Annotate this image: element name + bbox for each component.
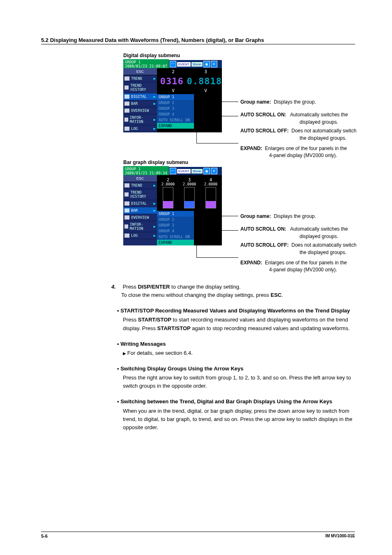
bullet-title: START/STOP Recording Measured Values and… [117, 308, 350, 314]
submenu-opt-auto[interactable]: AUTO SCROLL ON [157, 234, 194, 240]
bar-value: 2.0000 [183, 182, 196, 186]
menu-log[interactable]: LOG▶ [123, 232, 157, 239]
menu-trend[interactable]: TREND▶ [123, 75, 157, 82]
bullet-desc: For details, see section 6.4. [117, 349, 355, 357]
callout-label: AUTO SCROLL OFF: [240, 128, 289, 134]
callout-text: the displayed groups. [300, 250, 346, 255]
bullet-desc: Press START/STOP to start recording meas… [117, 316, 355, 332]
menu-label: DIGITAL [131, 95, 147, 99]
menu-trend-history[interactable]: TREND HISTORY [123, 189, 157, 200]
menu-label: BAR [131, 102, 138, 106]
history-icon [125, 192, 129, 197]
page-number: 5-6 [41, 534, 48, 539]
leader-line [196, 230, 238, 231]
callout-text: 4-panel display (MV2000 only). [269, 267, 337, 273]
submenu-opt[interactable]: GROUP 3 [157, 222, 194, 228]
menu-label: OVERVIEW [131, 215, 149, 220]
camera-icon: ◉ [203, 168, 210, 174]
menu-label: LOG [131, 234, 138, 238]
chevron-icon: ▶ [154, 127, 156, 131]
menu-overview[interactable]: OVERVIEW [123, 214, 157, 221]
menu-digital[interactable]: DIGITAL▶ [123, 93, 157, 100]
callout-text: Automatically switches the [290, 226, 348, 232]
submenu-opt-expand[interactable]: EXPAND [157, 240, 194, 245]
bar-screenshot: GROUP 1 2008/01/23 21:09:34 〰 EVENT 50mi… [123, 167, 222, 245]
callout-text: Automatically switches the [290, 112, 348, 118]
history-icon [125, 86, 129, 90]
digital-screenshot: GROUP 1 2008/01/23 21:09:07 〰 EVENT 50mi… [123, 60, 222, 132]
esc-button[interactable]: ESC [123, 175, 157, 182]
submenu-head[interactable]: GROUP 1 [157, 211, 194, 217]
callout-label: AUTO SCROLL OFF: [240, 242, 289, 248]
info-icon [125, 224, 128, 229]
unit-label: V [189, 87, 222, 94]
tool-icon: ✦ [211, 61, 217, 67]
esc-button[interactable]: ESC [123, 68, 157, 75]
submenu-opt[interactable]: GROUP 2 [157, 217, 194, 222]
wave-icon: 〰 [170, 168, 176, 174]
body-text: 4. Press DISP/ENTER to change the displa… [117, 283, 355, 432]
menu-trend-history[interactable]: TREND HISTORY [123, 82, 157, 93]
group-timestamp: GROUP 1 2008/01/23 21:09:07 [123, 59, 169, 69]
leader-line [196, 216, 238, 216]
bar-icon [125, 102, 129, 106]
text: To close the menu without changing the d… [121, 292, 271, 298]
bar-gauge [205, 187, 216, 208]
digital-value: 0.8818 [187, 75, 222, 87]
chevron-icon: ▶ [154, 102, 156, 106]
menu-digital[interactable]: DIGITAL▶ [123, 200, 157, 207]
submenu-opt[interactable]: GROUP 2 [157, 100, 194, 106]
menu-info[interactable]: INFOR- MATION▶ [123, 221, 157, 232]
callout-label: EXPAND: [240, 146, 262, 151]
log-icon [125, 127, 129, 131]
submenu-opt[interactable]: GROUP 3 [157, 106, 194, 111]
callout-text: 4-panel display (MV2000 only). [269, 153, 337, 158]
callout-label: Group name: [240, 99, 271, 105]
col-label: 3 [189, 68, 222, 75]
callout-text: displayed groups. [300, 234, 338, 239]
submenu-opt-auto[interactable]: AUTO SCROLL ON [157, 117, 194, 123]
text: . [281, 292, 283, 298]
bullet-title: Writing Messages [117, 341, 166, 347]
submenu-head[interactable]: GROUP 1 [157, 94, 194, 100]
leader-line [196, 143, 238, 143]
menu-label: INFOR- MATION [130, 116, 152, 124]
chevron-icon: ▶ [154, 95, 156, 99]
menu-label: DIGITAL [131, 201, 147, 206]
menu-label: TREND [131, 76, 142, 81]
menu-label: INFOR- MATION [130, 222, 152, 231]
submenu-opt-expand[interactable]: EXPAND [157, 123, 194, 129]
key-name: ESC [271, 292, 282, 298]
submenu-opt[interactable]: GROUP 4 [157, 111, 194, 117]
event-badge: EVENT [177, 62, 191, 67]
menu-log[interactable]: LOG▶ [123, 125, 157, 132]
col-label: 2 [167, 178, 169, 182]
menu-bar[interactable]: BAR▶ [123, 207, 157, 214]
callout-label: AUTO SCROLL ON: [240, 112, 286, 118]
menu-overview[interactable]: OVERVIEW [123, 107, 157, 114]
callout-text: Enlarges one of the four panels in the [265, 146, 347, 151]
menu-trend[interactable]: TREND▶ [123, 182, 157, 189]
menu-bar[interactable]: BAR▶ [123, 100, 157, 107]
leader-line [196, 257, 238, 258]
bar-value: 2.0000 [161, 182, 175, 186]
group-timestamp: GROUP 1 2008/01/23 21:09:34 [123, 166, 169, 176]
overview-icon [125, 109, 129, 113]
rate-badge: 50min [191, 169, 203, 173]
log-icon [125, 234, 129, 238]
callout-text: Enlarges one of the four panels in the [265, 260, 347, 266]
bar-caption: Bar graph display submenu [123, 160, 355, 165]
overview-icon [125, 215, 129, 220]
submenu-opt[interactable]: GROUP 4 [157, 228, 194, 234]
bullet-desc: When you are in the trend, digital, or b… [117, 407, 355, 432]
text: to change the display setting. [170, 284, 240, 290]
wave-icon: 〰 [170, 61, 176, 67]
digital-icon [125, 201, 129, 206]
digital-icon [125, 95, 129, 99]
menu-info[interactable]: INFOR- MATION▶ [123, 114, 157, 125]
chevron-icon: ▶ [154, 208, 156, 213]
menu-label: OVERVIEW [131, 109, 149, 113]
callouts-digital: Group name: Displays the group. AUTO SCR… [240, 99, 392, 161]
menu-label: TREND HISTORY [130, 83, 156, 92]
text: Press [123, 284, 138, 290]
